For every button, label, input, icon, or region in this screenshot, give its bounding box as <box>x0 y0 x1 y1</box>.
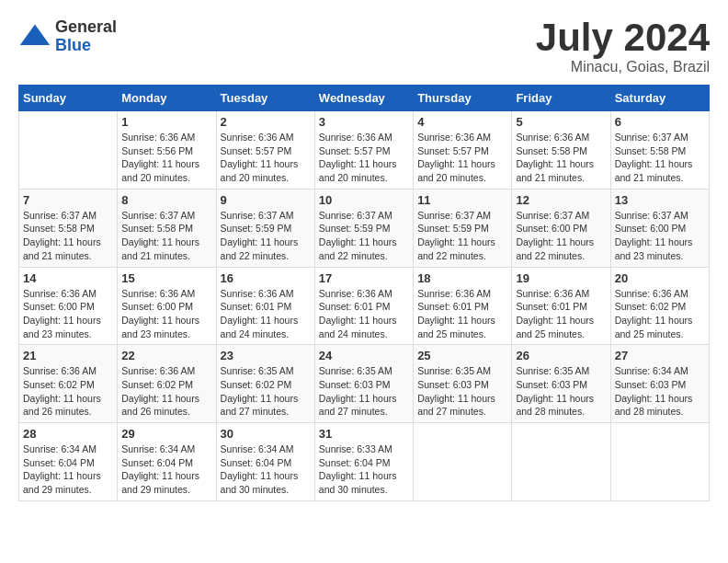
header-sunday: Sunday <box>19 86 118 111</box>
day-info: Sunrise: 6:36 AMSunset: 6:01 PMDaylight:… <box>319 287 409 341</box>
day-number: 5 <box>516 115 606 129</box>
calendar-cell: 1Sunrise: 6:36 AMSunset: 5:56 PMDaylight… <box>118 111 216 190</box>
day-info: Sunrise: 6:36 AMSunset: 5:58 PMDaylight:… <box>516 131 606 185</box>
day-number: 19 <box>516 271 606 285</box>
day-info: Sunrise: 6:37 AMSunset: 5:58 PMDaylight:… <box>121 209 211 263</box>
calendar-cell: 26Sunrise: 6:35 AMSunset: 6:03 PMDayligh… <box>512 345 610 423</box>
day-number: 22 <box>121 349 211 362</box>
week-row-4: 28Sunrise: 6:34 AMSunset: 6:04 PMDayligh… <box>19 423 710 501</box>
calendar-cell: 6Sunrise: 6:37 AMSunset: 5:58 PMDaylight… <box>610 111 709 190</box>
day-number: 23 <box>221 349 311 362</box>
calendar-cell: 17Sunrise: 6:36 AMSunset: 6:01 PMDayligh… <box>314 267 413 345</box>
day-info: Sunrise: 6:36 AMSunset: 6:00 PMDaylight:… <box>23 287 113 341</box>
day-info: Sunrise: 6:36 AMSunset: 6:02 PMDaylight:… <box>121 364 211 419</box>
header-tuesday: Tuesday <box>216 86 314 111</box>
day-info: Sunrise: 6:36 AMSunset: 5:57 PMDaylight:… <box>319 131 409 185</box>
day-number: 16 <box>221 271 311 285</box>
location: Minacu, Goias, Brazil <box>536 59 710 75</box>
day-number: 27 <box>615 349 705 362</box>
day-number: 15 <box>121 271 211 285</box>
calendar-cell: 13Sunrise: 6:37 AMSunset: 6:00 PMDayligh… <box>610 189 709 267</box>
calendar-cell: 9Sunrise: 6:37 AMSunset: 5:59 PMDaylight… <box>216 189 314 267</box>
week-row-2: 14Sunrise: 6:36 AMSunset: 6:00 PMDayligh… <box>19 267 710 345</box>
header-row: SundayMondayTuesdayWednesdayThursdayFrid… <box>19 86 710 111</box>
day-info: Sunrise: 6:36 AMSunset: 5:57 PMDaylight:… <box>221 131 311 185</box>
day-info: Sunrise: 6:36 AMSunset: 6:02 PMDaylight:… <box>615 287 705 341</box>
day-number: 13 <box>615 193 705 207</box>
week-row-0: 1Sunrise: 6:36 AMSunset: 5:56 PMDaylight… <box>19 111 710 190</box>
day-info: Sunrise: 6:37 AMSunset: 5:59 PMDaylight:… <box>417 209 507 263</box>
day-info: Sunrise: 6:37 AMSunset: 5:59 PMDaylight:… <box>319 209 409 263</box>
calendar-cell <box>414 423 512 501</box>
day-number: 26 <box>516 349 606 362</box>
day-info: Sunrise: 6:35 AMSunset: 6:03 PMDaylight:… <box>516 364 606 419</box>
calendar-cell: 7Sunrise: 6:37 AMSunset: 5:58 PMDaylight… <box>19 189 118 267</box>
day-info: Sunrise: 6:37 AMSunset: 6:00 PMDaylight:… <box>516 209 606 263</box>
day-number: 25 <box>417 349 507 362</box>
day-info: Sunrise: 6:35 AMSunset: 6:03 PMDaylight:… <box>417 364 507 419</box>
day-number: 6 <box>615 115 705 129</box>
day-number: 24 <box>319 349 409 362</box>
calendar-cell: 30Sunrise: 6:34 AMSunset: 6:04 PMDayligh… <box>216 423 314 501</box>
day-number: 14 <box>23 271 113 285</box>
calendar-cell: 31Sunrise: 6:33 AMSunset: 6:04 PMDayligh… <box>314 423 413 501</box>
calendar-cell <box>19 111 118 190</box>
day-info: Sunrise: 6:37 AMSunset: 6:00 PMDaylight:… <box>615 209 705 263</box>
day-info: Sunrise: 6:34 AMSunset: 6:04 PMDaylight:… <box>121 442 211 497</box>
calendar-cell: 20Sunrise: 6:36 AMSunset: 6:02 PMDayligh… <box>610 267 709 345</box>
calendar-cell: 4Sunrise: 6:36 AMSunset: 5:57 PMDaylight… <box>414 111 512 190</box>
calendar-cell: 23Sunrise: 6:35 AMSunset: 6:02 PMDayligh… <box>216 345 314 423</box>
calendar-cell: 24Sunrise: 6:35 AMSunset: 6:03 PMDayligh… <box>314 345 413 423</box>
page-header: General Blue July 2024 Minacu, Goias, Br… <box>18 18 710 75</box>
calendar-cell: 14Sunrise: 6:36 AMSunset: 6:00 PMDayligh… <box>19 267 118 345</box>
calendar-cell: 28Sunrise: 6:34 AMSunset: 6:04 PMDayligh… <box>19 423 118 501</box>
calendar-cell: 11Sunrise: 6:37 AMSunset: 5:59 PMDayligh… <box>414 189 512 267</box>
logo-text: General Blue <box>55 18 117 55</box>
day-info: Sunrise: 6:37 AMSunset: 5:58 PMDaylight:… <box>615 131 705 185</box>
calendar-cell: 12Sunrise: 6:37 AMSunset: 6:00 PMDayligh… <box>512 189 610 267</box>
day-number: 4 <box>417 115 507 129</box>
week-row-1: 7Sunrise: 6:37 AMSunset: 5:58 PMDaylight… <box>19 189 710 267</box>
day-info: Sunrise: 6:36 AMSunset: 6:00 PMDaylight:… <box>121 287 211 341</box>
day-info: Sunrise: 6:35 AMSunset: 6:02 PMDaylight:… <box>221 364 311 419</box>
day-info: Sunrise: 6:34 AMSunset: 6:04 PMDaylight:… <box>221 442 311 497</box>
header-wednesday: Wednesday <box>314 86 413 111</box>
day-number: 2 <box>221 115 311 129</box>
logo-icon <box>18 20 51 53</box>
day-info: Sunrise: 6:34 AMSunset: 6:03 PMDaylight:… <box>615 364 705 419</box>
day-info: Sunrise: 6:33 AMSunset: 6:04 PMDaylight:… <box>319 442 409 497</box>
day-number: 7 <box>23 193 113 207</box>
calendar-cell: 5Sunrise: 6:36 AMSunset: 5:58 PMDaylight… <box>512 111 610 190</box>
day-number: 30 <box>221 427 311 441</box>
calendar-cell: 27Sunrise: 6:34 AMSunset: 6:03 PMDayligh… <box>610 345 709 423</box>
day-number: 21 <box>23 349 113 362</box>
title-area: July 2024 Minacu, Goias, Brazil <box>536 18 710 75</box>
calendar-cell: 22Sunrise: 6:36 AMSunset: 6:02 PMDayligh… <box>118 345 216 423</box>
calendar-cell <box>512 423 610 501</box>
calendar-cell <box>610 423 709 501</box>
day-number: 1 <box>121 115 211 129</box>
day-info: Sunrise: 6:37 AMSunset: 5:59 PMDaylight:… <box>221 209 311 263</box>
day-number: 29 <box>121 427 211 441</box>
day-number: 11 <box>417 193 507 207</box>
month-title: July 2024 <box>536 18 710 57</box>
logo-general: General <box>55 18 117 37</box>
calendar-cell: 2Sunrise: 6:36 AMSunset: 5:57 PMDaylight… <box>216 111 314 190</box>
calendar-cell: 18Sunrise: 6:36 AMSunset: 6:01 PMDayligh… <box>414 267 512 345</box>
calendar-cell: 16Sunrise: 6:36 AMSunset: 6:01 PMDayligh… <box>216 267 314 345</box>
day-info: Sunrise: 6:37 AMSunset: 5:58 PMDaylight:… <box>23 209 113 263</box>
day-number: 3 <box>319 115 409 129</box>
calendar-cell: 10Sunrise: 6:37 AMSunset: 5:59 PMDayligh… <box>314 189 413 267</box>
day-number: 10 <box>319 193 409 207</box>
day-info: Sunrise: 6:36 AMSunset: 5:56 PMDaylight:… <box>121 131 211 185</box>
day-number: 18 <box>417 271 507 285</box>
day-number: 12 <box>516 193 606 207</box>
day-info: Sunrise: 6:36 AMSunset: 6:01 PMDaylight:… <box>417 287 507 341</box>
calendar-cell: 21Sunrise: 6:36 AMSunset: 6:02 PMDayligh… <box>19 345 118 423</box>
header-thursday: Thursday <box>414 86 512 111</box>
calendar-cell: 25Sunrise: 6:35 AMSunset: 6:03 PMDayligh… <box>414 345 512 423</box>
day-number: 8 <box>121 193 211 207</box>
header-friday: Friday <box>512 86 610 111</box>
day-info: Sunrise: 6:34 AMSunset: 6:04 PMDaylight:… <box>23 442 113 497</box>
week-row-3: 21Sunrise: 6:36 AMSunset: 6:02 PMDayligh… <box>19 345 710 423</box>
